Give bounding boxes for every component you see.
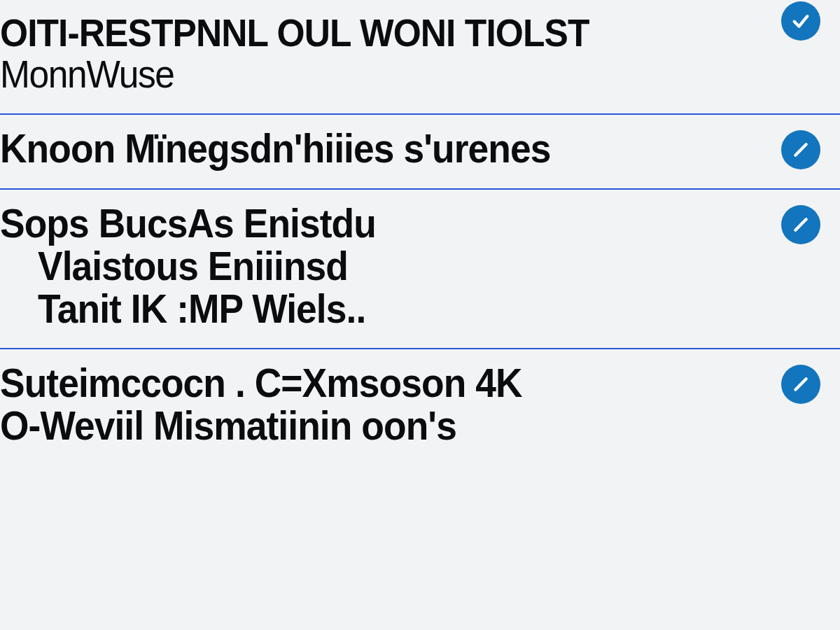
list-item-text: Sops BucsAs Enistdu Vlaistous Eniiinsd T…	[0, 202, 840, 330]
item-title: Sops BucsAs Enistdu	[0, 202, 756, 245]
svg-line-1	[795, 219, 806, 230]
list-item-text: Suteimccocn . C=Xmsoson 4K O-Weviil Mism…	[0, 362, 840, 447]
edit-icon[interactable]	[781, 205, 820, 244]
list-item[interactable]: OITI-RESTPNNL OUL WONI TIOLST MonnWuse	[0, 0, 840, 115]
item-subtitle: MonnWuse	[0, 54, 756, 95]
check-icon[interactable]	[781, 1, 820, 41]
svg-line-2	[795, 379, 806, 390]
item-sub-line: Vlaistous Eniiinsd	[0, 245, 756, 288]
list-item[interactable]: Knoon Mïnegsdn'hiiies s'urenes	[0, 115, 840, 190]
list-item-text: Knoon Mïnegsdn'hiiies s'urenes	[0, 127, 840, 170]
item-subtitle: O-Weviil Mismatiinin oon's	[0, 405, 756, 447]
list-item[interactable]: Sops BucsAs Enistdu Vlaistous Eniiinsd T…	[0, 190, 840, 350]
item-title: OITI-RESTPNNL OUL WONI TIOLST	[0, 13, 756, 52]
list: OITI-RESTPNNL OUL WONI TIOLST MonnWuse K…	[0, 0, 840, 630]
item-sub-line: Tanit IK :MP Wiels..	[0, 288, 756, 330]
item-title: Suteimccocn . C=Xmsoson 4K	[0, 362, 756, 405]
item-title: Knoon Mïnegsdn'hiiies s'urenes	[0, 127, 756, 170]
edit-icon[interactable]	[781, 130, 820, 169]
list-item[interactable]: Suteimccocn . C=Xmsoson 4K O-Weviil Mism…	[0, 349, 840, 465]
svg-line-0	[795, 144, 806, 155]
list-item-text: OITI-RESTPNNL OUL WONI TIOLST MonnWuse	[0, 13, 840, 95]
